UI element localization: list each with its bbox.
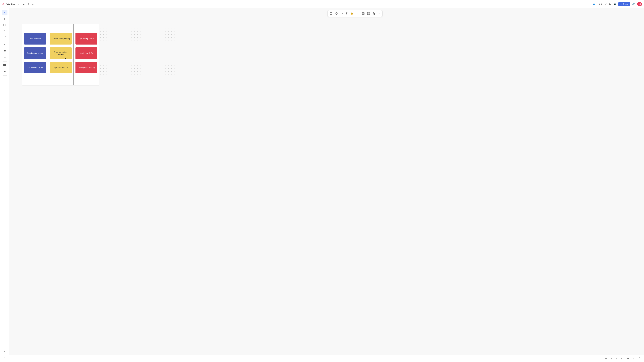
app-title: Priorities bbox=[6, 3, 15, 5]
text-tool-button[interactable]: T bbox=[2, 16, 8, 22]
crop-tool-button[interactable]: ⊡ bbox=[2, 42, 8, 48]
card-text: project brand update bbox=[53, 66, 68, 69]
star-button[interactable]: ☆ bbox=[16, 2, 20, 6]
card-facilitate-weekly[interactable]: Facilitate weekly training bbox=[50, 33, 72, 44]
card-text: team building activities bbox=[27, 66, 44, 69]
card-text: Schedule one to ones bbox=[27, 52, 43, 54]
board-container: Team traditions Schedule one to ones tea… bbox=[22, 24, 100, 85]
card-team-traditions[interactable]: Team traditions bbox=[24, 33, 46, 44]
column-2-header bbox=[48, 24, 74, 28]
column-1-header bbox=[22, 24, 48, 28]
board-column-2: Facilitate weekly training Organize prod… bbox=[48, 24, 74, 85]
list-tool-button[interactable] bbox=[2, 62, 8, 68]
board-column-1: Team traditions Schedule one to ones tea… bbox=[22, 24, 48, 85]
image-tool-button[interactable]: 🖼 bbox=[2, 48, 8, 54]
column-3-header bbox=[74, 24, 99, 28]
card-checkin-okrs[interactable]: check-in on OKRs bbox=[76, 47, 97, 59]
select-tool-button[interactable]: ↖ bbox=[2, 10, 8, 15]
card-text: Agile training session bbox=[78, 37, 94, 40]
history-button[interactable]: ☁ bbox=[22, 2, 25, 6]
card-text: Team traditions bbox=[29, 37, 41, 40]
board-column-3: Agile training session check-in on OKRs … bbox=[74, 24, 100, 85]
app-logo-icon: ✳ bbox=[2, 2, 4, 6]
card-schedule-one-to-ones[interactable]: Schedule one to ones bbox=[24, 47, 46, 59]
card-text: review project tracking bbox=[78, 66, 95, 69]
nav-left: ✳ Priorities ☆ ☁ ≡ ⌕ bbox=[2, 2, 188, 6]
card-project-brand[interactable]: project brand update bbox=[50, 62, 72, 73]
card-text: check-in on OKRs bbox=[80, 52, 93, 54]
card-tool-button[interactable] bbox=[2, 22, 8, 28]
card-agile-training[interactable]: Agile training session bbox=[76, 33, 97, 44]
card-text: Facilitate weekly training bbox=[52, 37, 70, 40]
card-text: Organize product backlog bbox=[51, 51, 70, 55]
card-organize-backlog[interactable]: Organize product backlog bbox=[50, 47, 72, 59]
card-review-tracking[interactable]: review project tracking bbox=[76, 62, 97, 73]
pen-tool-button[interactable]: ✏ bbox=[2, 55, 8, 60]
svg-rect-0 bbox=[4, 24, 6, 26]
card-team-building[interactable]: team building activities bbox=[24, 62, 46, 73]
canvas-area[interactable]: T+ 😊 bbox=[9, 8, 188, 98]
svg-rect-4 bbox=[3, 66, 6, 66]
svg-rect-3 bbox=[3, 65, 6, 66]
menu-button[interactable]: ≡ bbox=[27, 2, 30, 6]
frame-tool-button[interactable]: □ bbox=[2, 28, 8, 34]
search-button[interactable]: ⌕ bbox=[32, 2, 34, 6]
curve-tool-button[interactable]: ⌒ bbox=[2, 34, 8, 40]
left-sidebar: ↖ T □ ⌒ ⊡ 🖼 ✏ ☰ ··· ∨ bbox=[0, 8, 9, 105]
lines-tool-button[interactable]: ☰ bbox=[2, 69, 8, 74]
svg-rect-2 bbox=[3, 64, 6, 65]
top-navigation: ✳ Priorities ☆ ☁ ≡ ⌕ 👥 ▾ 💬 🗨 ▶ 📷 ✈ Share… bbox=[0, 0, 188, 8]
